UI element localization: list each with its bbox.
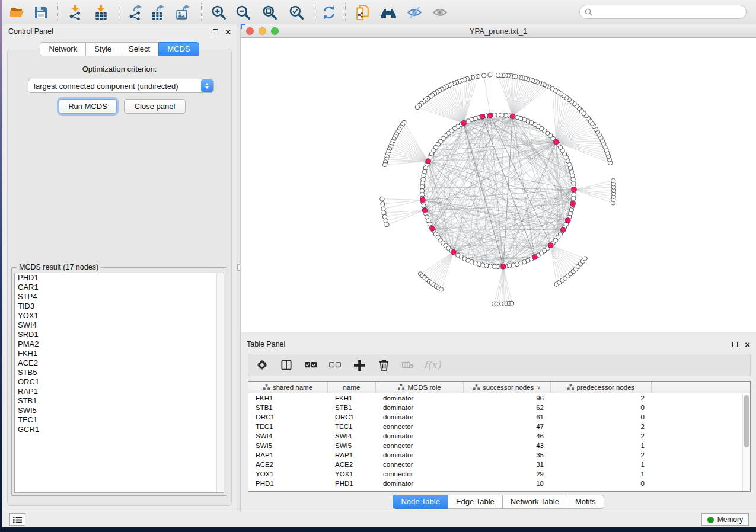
- memory-button[interactable]: Memory: [701, 513, 749, 526]
- sort-desc-icon: ∨: [537, 384, 541, 390]
- table-row[interactable]: YOX1YOX1connector291: [248, 469, 750, 479]
- column-header-successor-nodes[interactable]: successor nodes∨: [464, 382, 551, 393]
- mcds-result-item[interactable]: CAR1: [15, 283, 224, 292]
- application-window: Control Panel × NetworkStyleSelectMCDS O…: [2, 0, 756, 527]
- cell-predecessor-nodes: 1: [551, 442, 652, 449]
- cell-name: ORC1: [328, 414, 376, 421]
- splitter-grip[interactable]: [237, 264, 240, 271]
- cell-name: PHD1: [328, 480, 376, 487]
- mcds-result-group: MCDS result (17 nodes) PHD1CAR1STP4TID3Y…: [11, 267, 227, 496]
- import-network-icon[interactable]: [67, 4, 84, 21]
- table-row[interactable]: SWI5SWI5connector431: [248, 441, 750, 450]
- zoom-selected-icon[interactable]: [288, 4, 305, 21]
- tab-motifs[interactable]: Motifs: [567, 495, 604, 509]
- zoom-fit-icon[interactable]: [261, 4, 278, 21]
- tab-network[interactable]: Network: [40, 42, 85, 56]
- column-header-predecessor-nodes[interactable]: predecessor nodes: [551, 382, 652, 393]
- vertical-splitter[interactable]: [237, 24, 241, 511]
- search-field[interactable]: [579, 5, 747, 19]
- zoom-in-icon[interactable]: [210, 4, 227, 21]
- column-header-name[interactable]: name: [328, 382, 376, 393]
- run-mcds-button[interactable]: Run MCDS: [59, 99, 117, 114]
- close-panel-button[interactable]: Close panel: [124, 99, 186, 114]
- tab-network-table[interactable]: Network Table: [502, 495, 567, 509]
- table-row[interactable]: RAP1RAP1dominator352: [248, 450, 750, 460]
- delete-table-icon[interactable]: [402, 359, 414, 371]
- network-window-titlebar[interactable]: YPA_prune.txt_1: [241, 24, 756, 38]
- shared-column-icon: [263, 384, 270, 390]
- mcds-result-item[interactable]: TEC1: [15, 415, 224, 425]
- save-session-icon[interactable]: [33, 4, 49, 21]
- open-session-icon[interactable]: [9, 4, 25, 21]
- close-table-panel-icon[interactable]: ×: [745, 342, 750, 347]
- mcds-result-item[interactable]: STP4: [15, 292, 224, 302]
- mcds-result-item[interactable]: PHD1: [15, 273, 224, 283]
- select-stepper-icon: [201, 79, 213, 92]
- tab-mcds[interactable]: MCDS: [158, 42, 199, 56]
- column-header-MCDS-role[interactable]: MCDS role: [376, 382, 464, 393]
- search-network-icon[interactable]: [380, 4, 397, 21]
- table-row[interactable]: PHD1PHD1dominator180: [248, 479, 750, 488]
- tab-style[interactable]: Style: [85, 42, 120, 56]
- deselect-all-icon[interactable]: [329, 359, 341, 371]
- hide-selected-icon[interactable]: [406, 4, 423, 21]
- table-scrollbar[interactable]: [742, 394, 750, 491]
- zoom-out-icon[interactable]: [235, 4, 251, 21]
- search-input[interactable]: [592, 8, 746, 16]
- table-row[interactable]: STB1STB1dominator620: [248, 403, 750, 412]
- mcds-tab-content: Optimization criterion: largest connecte…: [7, 49, 232, 506]
- import-table-icon[interactable]: [92, 4, 109, 21]
- mcds-result-item[interactable]: ACE2: [15, 358, 224, 368]
- table-row[interactable]: SWI4SWI4dominator462: [248, 431, 750, 441]
- mcds-result-item[interactable]: SWI5: [15, 406, 224, 415]
- mcds-result-item[interactable]: STB5: [15, 368, 224, 377]
- mcds-result-item[interactable]: FKH1: [15, 349, 224, 358]
- table-settings-icon[interactable]: [256, 359, 268, 371]
- optimization-criterion-select[interactable]: largest connected component (undirected): [28, 79, 214, 93]
- mcds-result-item[interactable]: YOX1: [15, 311, 224, 321]
- network-graph[interactable]: [241, 38, 756, 332]
- export-image-icon[interactable]: [175, 4, 192, 21]
- toolbar-separator: [345, 3, 346, 21]
- export-table-icon[interactable]: [150, 4, 167, 21]
- share-document-icon[interactable]: [354, 4, 371, 21]
- float-table-panel-icon[interactable]: [732, 342, 738, 347]
- network-view[interactable]: [241, 38, 756, 332]
- mcds-result-item[interactable]: TID3: [15, 302, 224, 311]
- float-panel-icon[interactable]: [213, 29, 218, 34]
- mcds-result-item[interactable]: STB1: [15, 396, 224, 406]
- mcds-result-item[interactable]: SRD1: [15, 330, 224, 339]
- table-row[interactable]: TEC1TEC1connector472: [248, 422, 750, 431]
- table-row[interactable]: ACE2ACE2connector311: [248, 460, 750, 469]
- tab-node-table[interactable]: Node Table: [393, 495, 448, 509]
- memory-label: Memory: [717, 515, 743, 524]
- show-panels-menu-button[interactable]: [9, 513, 25, 526]
- refresh-icon[interactable]: [321, 4, 337, 21]
- mcds-result-item[interactable]: RAP1: [15, 387, 224, 396]
- column-header-shared-name[interactable]: shared name: [248, 382, 328, 393]
- add-row-icon[interactable]: [353, 359, 365, 371]
- mcds-result-item[interactable]: ORC1: [15, 377, 224, 387]
- cell-successor-nodes: 46: [464, 432, 551, 440]
- function-builder-icon[interactable]: f(x): [426, 359, 438, 371]
- tab-edge-table[interactable]: Edge Table: [448, 495, 502, 509]
- close-panel-icon[interactable]: ×: [225, 29, 231, 34]
- table-scrollbar-thumb[interactable]: [744, 395, 749, 447]
- cell-shared-name: ACE2: [248, 461, 328, 468]
- mcds-list-scrollbar[interactable]: [216, 273, 224, 492]
- control-panel-tabs: NetworkStyleSelectMCDS: [2, 42, 237, 56]
- show-columns-icon[interactable]: [280, 359, 292, 371]
- control-panel-title: Control Panel: [8, 27, 213, 36]
- show-all-icon[interactable]: [432, 4, 448, 21]
- export-network-icon[interactable]: [127, 4, 144, 21]
- mcds-result-item[interactable]: GCR1: [15, 425, 224, 434]
- cell-MCDS-role: dominator: [376, 432, 464, 440]
- delete-row-icon[interactable]: [378, 359, 390, 371]
- mcds-result-item[interactable]: PMA2: [15, 339, 224, 349]
- table-row[interactable]: FKH1FKH1dominator962: [248, 393, 750, 403]
- mcds-result-item[interactable]: SWI4: [15, 321, 224, 330]
- cell-name: STB1: [328, 404, 376, 411]
- select-all-icon[interactable]: [305, 359, 317, 371]
- tab-select[interactable]: Select: [120, 42, 158, 56]
- table-row[interactable]: ORC1ORC1dominator610: [248, 412, 750, 422]
